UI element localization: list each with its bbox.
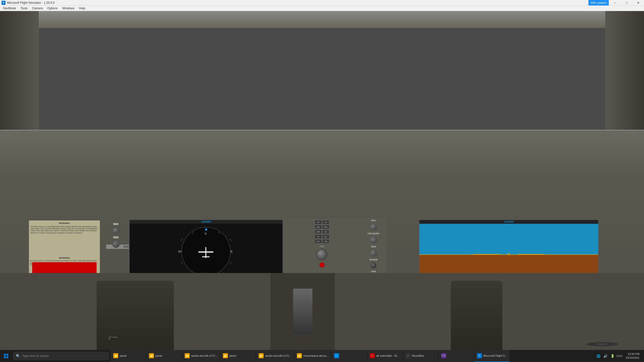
taskbar-apps: 📁 panel 📁 panel 📁 asobo-aircraft-c172...…	[111, 350, 595, 362]
apr-button[interactable]: APR	[315, 230, 322, 234]
alt-button-ap[interactable]: ALT	[315, 239, 322, 243]
ap-btn-row-2: HDG NAV	[315, 225, 329, 229]
nav-knob-left[interactable]	[112, 227, 120, 235]
nav-label-left: NAV	[113, 223, 118, 225]
taskbar-app-label-4: panel	[229, 354, 236, 357]
hdg-label-left: HDG	[113, 236, 119, 239]
minimize-button[interactable]: ─	[609, 0, 621, 6]
fms-knob[interactable]	[316, 249, 328, 260]
taskbar-time: 12:50 PM	[626, 352, 639, 356]
taskbar-app-panel-2[interactable]: 📁 panel	[146, 350, 182, 362]
nav-knob-right[interactable]	[370, 223, 377, 231]
mfd-brand-label: GARMIN	[419, 220, 598, 224]
yoke-right[interactable]	[451, 281, 502, 350]
crs-baro-label: CRS BARO	[368, 232, 379, 235]
folder-icon-5: 📁	[259, 353, 264, 358]
svg-text:W: W	[178, 250, 181, 253]
msfs-icon: ✈	[477, 353, 482, 358]
warning-title-2: WARNING	[30, 257, 99, 259]
taskbar-app-label-3: asobo-aircraft-c172...	[191, 354, 217, 357]
nav-button-ap[interactable]: NAV	[322, 225, 329, 229]
ap-button[interactable]: AP	[315, 220, 322, 224]
taskbar-app-panel-1[interactable]: 📁 panel	[111, 350, 146, 362]
taskbar-app-label-music: MusicBee	[412, 354, 424, 357]
cockpit: DO NOT TOUCH SCREENS MANEUVERING SPEED: …	[0, 11, 644, 350]
mfd-display	[419, 224, 598, 279]
svg-point-21	[508, 253, 510, 255]
folder-icon-1: 📁	[113, 353, 118, 358]
volume-icon[interactable]: 🔊	[602, 353, 609, 359]
language-indicator: ENG	[617, 354, 623, 357]
network-icon[interactable]: 🌐	[595, 353, 601, 359]
pfd-screen[interactable]: GARMIN	[129, 219, 283, 281]
svg-line-6	[230, 239, 232, 241]
close-button[interactable]: ✕	[632, 0, 644, 6]
ap-btn-row-5: ALT VNV	[315, 239, 329, 243]
menu-help[interactable]: Help	[77, 6, 87, 11]
taskbar-app-asobo-2[interactable]: 📁 asobo-aircraft-c172...	[256, 350, 294, 362]
start-button[interactable]	[0, 350, 12, 362]
taskbar-app-subreddits[interactable]: r/ all subreddts - M...	[367, 350, 403, 362]
sdk-badge: SDK updates	[588, 0, 609, 6]
fd-button[interactable]: FD	[322, 220, 329, 224]
taskbar-app-vs[interactable]: VS	[439, 350, 474, 362]
taskbar-app-panel-3[interactable]: 📁 panel	[220, 350, 256, 362]
maximize-button[interactable]: □	[621, 0, 632, 6]
edge-icon: 🌐	[334, 353, 339, 358]
nav-hdg-left-panel: NAV HDG	[103, 223, 129, 267]
search-icon: 🔍	[16, 354, 20, 358]
taskbar-clock[interactable]: 12:50 PM 23/10/2021	[624, 352, 641, 360]
yoke-left[interactable]: SKYHAWK SP	[97, 281, 174, 350]
taskbar-app-edge[interactable]: 🌐	[332, 350, 367, 362]
range-label: RANGE	[370, 258, 378, 261]
menu-camera[interactable]: Camera	[30, 6, 45, 11]
par-label: PAR	[371, 270, 376, 273]
taskbar-app-label-2: panel	[155, 354, 162, 357]
throttle-quadrant[interactable]	[270, 273, 335, 350]
taskbar-app-label-6: mycompany-aircra...	[303, 354, 329, 357]
nav-label-right: NAV	[371, 219, 376, 222]
cockpit-ceiling	[0, 11, 644, 28]
ap-btn-row-4: VS FLC	[315, 235, 329, 239]
search-input[interactable]: Type here to search	[22, 354, 49, 358]
mfd-screen[interactable]: GARMIN	[419, 219, 599, 281]
hdg-button[interactable]: HDG	[315, 225, 322, 229]
ap-btn-row-1: AP FD	[315, 220, 329, 224]
folder-icon-3: 📁	[185, 353, 190, 358]
crs-baro-knob[interactable]	[370, 236, 377, 244]
title-bar: ✈ Microsoft Flight Simulator - 1.20.6.0 …	[0, 0, 644, 6]
app-icon: ✈	[2, 1, 6, 5]
menu-tools[interactable]: Tools	[18, 6, 29, 11]
menu-devmode[interactable]: DevMode	[1, 6, 18, 11]
svg-rect-16	[198, 252, 213, 253]
warning-text-1: ASSUME THAT ALL CONTAMINANTS INCLUDING W…	[30, 226, 98, 234]
menu-windows[interactable]: Windows	[60, 6, 76, 11]
emergency-button[interactable]	[319, 262, 325, 267]
taskbar-app-musicbee[interactable]: ♪ MusicBee	[403, 350, 438, 362]
system-tray: 🌐 🔊 🔋 ENG 12:50 PM 23/10/2021	[595, 352, 644, 360]
taskbar-app-asobo-1[interactable]: 📁 asobo-aircraft-c172...	[182, 350, 220, 362]
range-knob[interactable]	[370, 262, 377, 269]
taskbar-app-mycompany[interactable]: 📁 mycompany-aircra...	[294, 350, 331, 362]
ap-buttons: AP FD HDG NAV APR BC VS FLC	[284, 219, 359, 268]
hdg-knob-left[interactable]	[112, 240, 120, 248]
throttle-lever[interactable]	[293, 289, 312, 335]
menu-options[interactable]: Options	[45, 6, 60, 11]
taskbar-app-label-1: panel	[120, 354, 127, 357]
svg-line-7	[181, 239, 183, 241]
taskbar-app-msfs[interactable]: ✈ Microsoft Flight S...	[474, 350, 510, 362]
folder-icon-6: 📁	[297, 353, 302, 358]
bc-button[interactable]: BC	[322, 230, 329, 234]
svg-rect-17	[202, 256, 210, 257]
flc-button[interactable]: FLC	[322, 235, 329, 239]
warning-title-1: WARNING	[30, 222, 98, 225]
lower-controls: SKYHAWK SP SKYHAWK SP	[0, 273, 644, 350]
vs-button[interactable]: VS	[315, 235, 322, 239]
taskbar-date: 23/10/2021	[626, 356, 639, 360]
search-bar[interactable]: 🔍 Type here to search	[13, 352, 109, 360]
battery-icon[interactable]: 🔋	[610, 353, 616, 359]
vnav-button[interactable]: VNV	[322, 239, 329, 243]
hdg-knob-right[interactable]	[370, 249, 377, 257]
folder-icon-4: 📁	[223, 353, 228, 358]
title-bar-left: ✈ Microsoft Flight Simulator - 1.20.6.0	[0, 1, 55, 5]
